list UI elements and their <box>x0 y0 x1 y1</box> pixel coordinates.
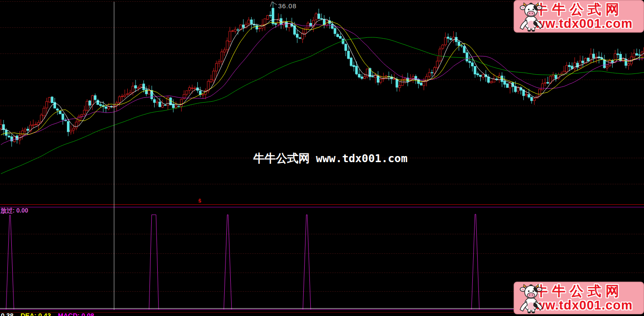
up-candle-body <box>83 110 86 114</box>
up-candle-body <box>304 28 306 33</box>
up-candle-body <box>423 82 425 86</box>
down-candle-body <box>474 66 476 74</box>
up-candle-body <box>218 62 220 63</box>
up-candle-body <box>162 105 164 107</box>
up-candle-body <box>202 94 204 95</box>
down-candle-body <box>377 76 379 82</box>
up-candle-body <box>364 77 366 79</box>
up-candle-body <box>156 102 158 103</box>
down-candle-body <box>272 8 274 24</box>
down-candle-body <box>145 90 147 94</box>
down-candle-body <box>587 58 589 61</box>
up-candle-body <box>264 19 266 25</box>
up-candle-body <box>229 31 231 42</box>
up-candle-body <box>73 128 75 130</box>
up-candle-body <box>175 106 177 108</box>
down-candle-body <box>617 54 619 55</box>
up-candle-body <box>32 125 34 126</box>
down-candle-body <box>372 77 374 77</box>
down-candle-body <box>59 111 61 114</box>
down-candle-body <box>242 25 245 27</box>
up-candle-body <box>75 122 77 128</box>
down-candle-body <box>450 38 452 40</box>
up-candle-body <box>81 115 83 116</box>
down-candle-body <box>56 109 59 110</box>
up-candle-body <box>380 80 382 83</box>
up-candle-body <box>248 20 250 24</box>
down-candle-body <box>337 34 339 37</box>
down-candle-body <box>339 37 342 39</box>
up-candle-body <box>24 129 26 131</box>
up-candle-body <box>445 37 447 45</box>
up-candle-body <box>186 91 188 94</box>
down-candle-body <box>420 83 422 85</box>
down-candle-body <box>468 61 471 63</box>
down-candle-body <box>143 84 145 90</box>
down-candle-body <box>250 20 252 24</box>
down-candle-body <box>320 19 322 19</box>
down-candle-body <box>350 58 352 66</box>
down-candle-body <box>345 44 347 50</box>
up-candle-body <box>393 79 395 80</box>
down-candle-body <box>89 101 91 105</box>
down-candle-body <box>466 53 468 61</box>
up-candle-body <box>191 88 193 88</box>
ma-line-5 <box>1 19 644 138</box>
status-macd-value: MACD: 0.08 <box>58 312 94 316</box>
down-candle-body <box>611 60 614 62</box>
indicator-spike <box>471 214 479 309</box>
down-candle-body <box>97 100 99 105</box>
up-candle-body <box>148 90 150 94</box>
up-candle-body <box>307 23 309 28</box>
site-logo-banner-top: 牛牛公式网 www.tdx001.com <box>514 0 644 33</box>
down-candle-body <box>471 63 474 66</box>
down-candle-body <box>285 22 288 27</box>
up-candle-body <box>0 125 2 128</box>
down-candle-body <box>94 96 96 100</box>
up-candle-body <box>118 97 120 103</box>
down-candle-body <box>67 121 70 132</box>
down-candle-body <box>253 24 255 25</box>
up-candle-body <box>439 49 441 61</box>
up-candle-body <box>21 131 23 135</box>
down-candle-body <box>331 24 333 28</box>
down-candle-body <box>164 105 166 106</box>
up-candle-body <box>43 108 45 116</box>
down-candle-body <box>62 114 64 120</box>
sell-point-marker: ŝ <box>198 198 201 203</box>
down-candle-body <box>506 84 508 88</box>
down-candle-body <box>528 94 530 97</box>
down-candle-body <box>555 75 557 79</box>
down-candle-body <box>477 73 479 75</box>
status-bar: 0.38 DEA: 0.43 MACD: 0.08 <box>1 312 94 316</box>
down-candle-body <box>237 30 239 30</box>
down-candle-body <box>159 102 161 107</box>
up-candle-body <box>606 67 608 68</box>
tdx-chart-screen: ŝ 放过: 0.00 36.08 牛牛公式网www.tdx001.com 0.3… <box>0 0 644 316</box>
up-candle-body <box>189 88 191 90</box>
down-candle-body <box>51 97 53 103</box>
down-candle-body <box>318 14 320 19</box>
up-candle-body <box>609 60 611 66</box>
site-logo-banner-bottom: 牛牛公式网 www.tdx001.com <box>514 282 644 314</box>
up-candle-body <box>126 94 129 95</box>
up-candle-body <box>223 50 226 52</box>
down-candle-body <box>8 136 10 137</box>
up-candle-body <box>132 86 134 93</box>
up-candle-body <box>541 84 544 90</box>
up-candle-body <box>121 96 123 96</box>
up-candle-body <box>78 116 80 122</box>
down-candle-body <box>495 79 498 80</box>
down-candle-body <box>275 23 277 24</box>
up-candle-body <box>167 97 169 105</box>
down-candle-body <box>296 34 299 37</box>
indicator-spike <box>224 215 232 309</box>
down-candle-body <box>531 97 533 101</box>
up-candle-body <box>180 99 183 106</box>
up-candle-body <box>436 61 438 67</box>
down-candle-body <box>636 53 638 55</box>
up-candle-body <box>633 53 635 57</box>
down-candle-body <box>135 86 137 88</box>
up-candle-body <box>482 75 484 77</box>
up-candle-body <box>46 102 48 108</box>
